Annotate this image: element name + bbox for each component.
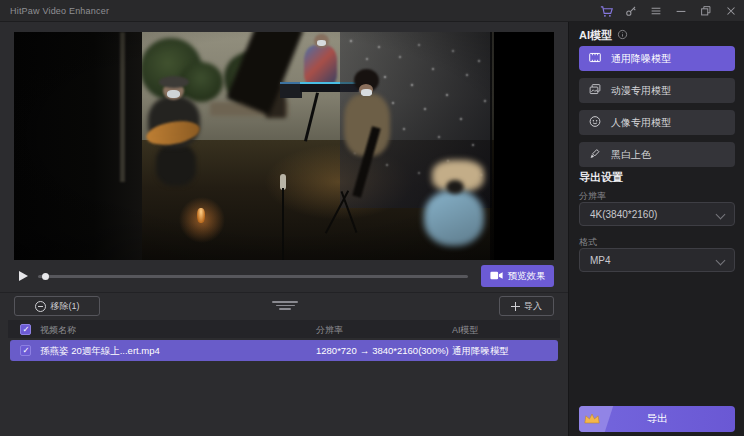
anime-pictures-icon bbox=[588, 83, 602, 98]
info-icon[interactable] bbox=[617, 29, 628, 42]
format-value: MP4 bbox=[590, 255, 611, 266]
titlebar-icons bbox=[597, 0, 740, 22]
model-button-label: 通用降噪模型 bbox=[611, 52, 671, 66]
ai-model-title-text: AI模型 bbox=[579, 28, 612, 43]
import-button[interactable]: 导入 bbox=[499, 296, 554, 316]
chevron-down-icon bbox=[716, 256, 726, 266]
plus-icon bbox=[511, 302, 520, 311]
row-video-name: 孫燕姿 20週年線上...ert.mp4 bbox=[40, 345, 160, 358]
app-window: HitPaw Video Enhancer bbox=[0, 0, 744, 436]
resolution-from: 1280*720 bbox=[316, 345, 357, 356]
video-vignette bbox=[14, 32, 554, 260]
row-checkbox[interactable] bbox=[20, 345, 31, 356]
minimize-icon[interactable] bbox=[672, 3, 690, 19]
file-toolbar: 移除(1) 导入 bbox=[0, 296, 568, 318]
remove-button-label: 移除(1) bbox=[51, 300, 80, 313]
column-ai-model: AI模型 bbox=[452, 324, 479, 337]
resolution-value: 4K(3840*2160) bbox=[590, 209, 657, 220]
activation-key-icon[interactable] bbox=[622, 3, 640, 19]
play-icon[interactable] bbox=[16, 269, 30, 283]
export-settings-title: 导出设置 bbox=[579, 170, 623, 185]
maximize-icon[interactable] bbox=[697, 3, 715, 19]
model-button-general-denoise[interactable]: 通用降噪模型 bbox=[579, 46, 735, 71]
row-resolution: 1280*720→3840*2160(300%) bbox=[316, 345, 449, 356]
resolution-select[interactable]: 4K(3840*2160) bbox=[579, 202, 735, 226]
player-controls: 预览效果 bbox=[14, 265, 554, 287]
close-icon[interactable] bbox=[722, 3, 740, 19]
arrow-icon: → bbox=[360, 345, 370, 356]
resolution-to: 3840*2160(300%) bbox=[372, 345, 449, 356]
video-camera-icon bbox=[490, 270, 503, 283]
format-select[interactable]: MP4 bbox=[579, 248, 735, 272]
model-button-portrait[interactable]: 人像专用模型 bbox=[579, 110, 735, 135]
remove-button[interactable]: 移除(1) bbox=[14, 296, 100, 316]
select-all-checkbox[interactable] bbox=[20, 324, 31, 335]
column-resolution: 分辨率 bbox=[316, 324, 343, 337]
seek-handle[interactable] bbox=[42, 273, 49, 280]
export-button-label: 导出 bbox=[647, 412, 668, 426]
portrait-face-icon bbox=[588, 115, 602, 130]
model-button-label: 动漫专用模型 bbox=[611, 84, 671, 98]
menu-icon[interactable] bbox=[647, 3, 665, 19]
preview-effect-label: 预览效果 bbox=[508, 270, 546, 283]
model-button-label: 人像专用模型 bbox=[611, 116, 671, 130]
table-row[interactable]: 孫燕姿 20週年線上...ert.mp4 1280*720→3840*2160(… bbox=[10, 340, 558, 361]
titlebar: HitPaw Video Enhancer bbox=[0, 0, 744, 22]
panel-divider bbox=[0, 292, 568, 293]
cart-icon[interactable] bbox=[597, 3, 615, 19]
drag-handle-icon[interactable] bbox=[272, 301, 298, 313]
film-strip-icon bbox=[588, 51, 602, 66]
model-button-anime[interactable]: 动漫专用模型 bbox=[579, 78, 735, 103]
preview-effect-button[interactable]: 预览效果 bbox=[481, 265, 554, 287]
row-ai-model: 通用降噪模型 bbox=[452, 345, 509, 358]
minus-circle-icon bbox=[35, 301, 46, 312]
ai-model-section-title: AI模型 bbox=[579, 28, 628, 43]
video-preview bbox=[14, 32, 554, 260]
crown-icon bbox=[583, 412, 601, 427]
window-title: HitPaw Video Enhancer bbox=[10, 6, 109, 16]
model-button-colorize[interactable]: 黑白上色 bbox=[579, 142, 735, 167]
chevron-down-icon bbox=[716, 210, 726, 220]
column-video-name: 视频名称 bbox=[40, 324, 76, 337]
import-button-label: 导入 bbox=[524, 300, 542, 313]
model-button-label: 黑白上色 bbox=[611, 148, 651, 162]
sidebar: AI模型 通用降噪模型 动漫专用模型 人像专用模型 bbox=[568, 22, 744, 436]
seek-bar[interactable] bbox=[38, 275, 468, 278]
export-button[interactable]: 导出 bbox=[579, 406, 735, 432]
table-header: 视频名称 分辨率 AI模型 bbox=[8, 320, 560, 338]
paint-marker-icon bbox=[588, 147, 602, 162]
